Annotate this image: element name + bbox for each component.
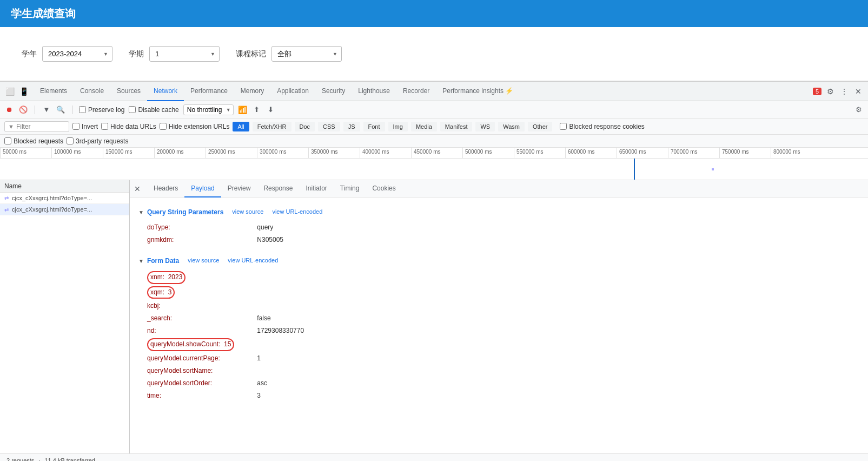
xnm-highlight: xnm: 2023 xyxy=(147,271,185,284)
network-settings-icon[interactable]: ⚙ xyxy=(854,105,864,115)
hide-extension-urls-checkbox[interactable] xyxy=(160,123,167,130)
device-icon[interactable]: 📱 xyxy=(18,86,29,97)
tab-application[interactable]: Application xyxy=(270,82,315,101)
filter-type-other[interactable]: Other xyxy=(528,122,553,131)
fd-key-currentpage: queryModel.currentPage: xyxy=(147,353,255,364)
tab-perf-insights[interactable]: Performance insights ⚡ xyxy=(436,82,520,101)
mark-800000: 800000 ms xyxy=(771,148,822,158)
filter-type-font[interactable]: Font xyxy=(363,122,385,131)
triangle-icon: ▼ xyxy=(138,209,144,215)
view-source-link-qs[interactable]: view source xyxy=(232,208,263,215)
course-select[interactable]: 全部 必修 选修 xyxy=(271,46,342,62)
view-source-link-fd[interactable]: view source xyxy=(188,257,219,264)
year-group: 学年 2023-2024 2022-2023 2021-2022 xyxy=(22,46,112,62)
tab-console[interactable]: Console xyxy=(74,82,110,101)
settings-icon[interactable]: ⚙ xyxy=(825,86,836,97)
qs-param-key-0: doType: xyxy=(147,222,255,233)
upload-icon[interactable]: ⬆ xyxy=(252,105,262,115)
throttle-select[interactable]: No throttling Fast 3G Slow 3G Offline xyxy=(183,104,234,115)
requests-list: ⇄ cjcx_cXxsgrcj.html?doType=... ⇄ cjcx_c… xyxy=(0,193,129,453)
detail-tab-timing[interactable]: Timing xyxy=(334,180,366,197)
mark-600000: 600000 ms xyxy=(565,148,617,158)
close-details-btn[interactable]: ✕ xyxy=(134,185,141,193)
detail-tab-response[interactable]: Response xyxy=(257,180,299,197)
close-devtools-icon[interactable]: ✕ xyxy=(853,86,864,97)
devtools-nav-right: 5 ⚙ ⋮ ✕ xyxy=(813,86,864,97)
filter-type-media[interactable]: Media xyxy=(411,122,437,131)
request-name-0: cjcx_cXxsgrcj.html?doType=... xyxy=(12,195,125,201)
tab-performance[interactable]: Performance xyxy=(184,82,234,101)
tab-sources[interactable]: Sources xyxy=(110,82,147,101)
disable-cache-checkbox[interactable] xyxy=(129,106,136,113)
showcount-highlight: queryModel.showCount: 15 xyxy=(147,338,234,351)
record-btn[interactable]: ⏺ xyxy=(4,105,14,115)
more-icon[interactable]: ⋮ xyxy=(839,86,850,97)
tab-recorder[interactable]: Recorder xyxy=(396,82,436,101)
hide-data-urls-checkbox[interactable] xyxy=(101,123,108,130)
detail-tab-cookies[interactable]: Cookies xyxy=(366,180,402,197)
tab-memory[interactable]: Memory xyxy=(234,82,270,101)
preserve-log-label[interactable]: Preserve log xyxy=(79,106,124,114)
fd-param-xnm: xnm: 2023 xyxy=(138,270,859,285)
filter-type-img[interactable]: Img xyxy=(388,122,408,131)
error-badge: 5 xyxy=(813,88,821,95)
year-select[interactable]: 2023-2024 2022-2023 2021-2022 xyxy=(42,46,112,62)
detail-tab-initiator[interactable]: Initiator xyxy=(299,180,333,197)
filter-type-ws[interactable]: WS xyxy=(475,122,495,131)
tab-security[interactable]: Security xyxy=(315,82,352,101)
request-item-0[interactable]: ⇄ cjcx_cXxsgrcj.html?doType=... xyxy=(0,193,129,204)
blocked-cookies-checkbox[interactable] xyxy=(560,123,567,130)
wifi-icon[interactable]: 📶 xyxy=(238,105,248,115)
hide-data-urls-label[interactable]: Hide data URLs xyxy=(101,123,156,130)
inspect-icon[interactable]: ⬜ xyxy=(4,86,15,97)
term-select[interactable]: 1 2 xyxy=(149,46,220,62)
throttle-wrapper[interactable]: No throttling Fast 3G Slow 3G Offline xyxy=(183,104,234,115)
separator1 xyxy=(35,106,35,114)
filter-type-all[interactable]: All xyxy=(233,122,249,131)
filter-type-manifest[interactable]: Manifest xyxy=(440,122,473,131)
download-icon[interactable]: ⬇ xyxy=(266,105,276,115)
detail-tab-headers[interactable]: Headers xyxy=(147,180,184,197)
detail-tab-preview[interactable]: Preview xyxy=(221,180,257,197)
request-item-1[interactable]: ⇄ cjcx_cXxsgrcj.html?doType=... xyxy=(0,204,129,215)
mark-200000: 200000 ms xyxy=(154,148,206,158)
tab-lighthouse[interactable]: Lighthouse xyxy=(352,82,396,101)
year-select-wrapper[interactable]: 2023-2024 2022-2023 2021-2022 xyxy=(42,46,112,62)
filter-type-css[interactable]: CSS xyxy=(318,122,340,131)
mark-500000: 500000 ms xyxy=(462,148,514,158)
course-select-wrapper[interactable]: 全部 必修 选修 xyxy=(271,46,342,62)
mark-250000: 250000 ms xyxy=(206,148,257,158)
view-encoded-link-fd[interactable]: view URL-encoded xyxy=(228,257,278,264)
filter-type-fetch[interactable]: Fetch/XHR xyxy=(253,122,291,131)
search-btn[interactable]: 🔍 xyxy=(56,105,65,115)
view-encoded-link-qs[interactable]: view URL-encoded xyxy=(272,208,322,215)
fd-key-kcbj: kcbj: xyxy=(147,301,255,311)
third-party-checkbox[interactable] xyxy=(67,137,74,144)
timeline-blue-line xyxy=(634,159,635,180)
filter-type-doc[interactable]: Doc xyxy=(295,122,315,131)
tab-network[interactable]: Network xyxy=(147,82,184,101)
clear-btn[interactable]: 🚫 xyxy=(18,105,28,115)
requests-count: 2 requests xyxy=(6,457,34,462)
filter-type-js[interactable]: JS xyxy=(343,122,360,131)
tab-elements[interactable]: Elements xyxy=(34,82,74,101)
filter-input[interactable] xyxy=(16,123,59,130)
term-select-wrapper[interactable]: 1 2 xyxy=(149,46,220,62)
invert-checkbox[interactable] xyxy=(72,123,79,130)
third-party-label[interactable]: 3rd-party requests xyxy=(67,137,128,145)
form-row: 学年 2023-2024 2022-2023 2021-2022 学期 1 2 … xyxy=(22,38,846,70)
filter-type-wasm[interactable]: Wasm xyxy=(498,122,525,131)
preserve-log-checkbox[interactable] xyxy=(79,106,86,113)
filter-input-wrapper[interactable]: ▼ xyxy=(4,121,69,132)
fd-key-xnm: xnm: 2023 xyxy=(147,271,255,284)
blocked-requests-checkbox[interactable] xyxy=(4,137,11,144)
invert-label[interactable]: Invert xyxy=(72,123,98,130)
hide-extension-urls-label[interactable]: Hide extension URLs xyxy=(160,123,230,130)
filter-btn[interactable]: ▼ xyxy=(42,105,51,115)
fd-key-nd: nd: xyxy=(147,326,255,336)
blocked-requests-label[interactable]: Blocked requests xyxy=(4,137,63,145)
disable-cache-label[interactable]: Disable cache xyxy=(129,106,178,114)
detail-tab-payload[interactable]: Payload xyxy=(184,180,221,197)
filter-funnel-icon: ▼ xyxy=(8,123,14,130)
blocked-cookies-label[interactable]: Blocked response cookies xyxy=(560,123,644,130)
